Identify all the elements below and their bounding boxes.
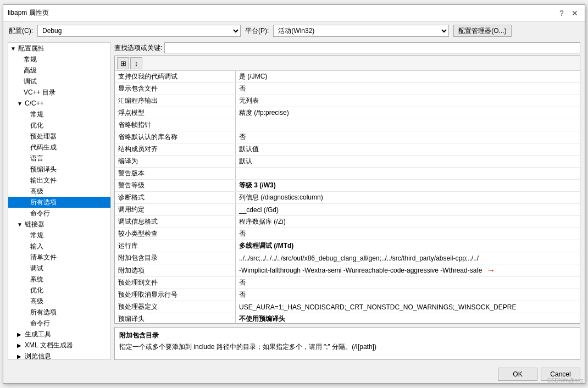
sidebar-item-cpp-lang[interactable]: 语言 (8, 153, 110, 164)
sidebar-item-cpp-cmd[interactable]: 命令行 (8, 208, 110, 219)
sidebar-item-cpp-pch[interactable]: 预编译头 (8, 164, 110, 175)
sidebar-item-linker-advanced[interactable]: 高级 (8, 296, 110, 307)
sidebar-item-linker-opt[interactable]: 优化 (8, 285, 110, 296)
sidebar-item-cpp-all[interactable]: 所有选项 (8, 197, 110, 208)
table-row[interactable]: 汇编程序输出无列表 (115, 95, 580, 107)
prop-value-cell: ../../src;../../../../src/out/x86_debug_… (236, 252, 580, 264)
table-row[interactable]: 较小类型检查否 (115, 228, 580, 240)
desc-text: 指定一个或多个要添加到 include 路径中的目录；如果指定多个，请用 ";"… (119, 342, 575, 352)
title-bar-controls: ? ✕ (556, 8, 580, 19)
table-row[interactable]: 预编译头不使用预编译头 (115, 313, 580, 323)
sidebar-item-label-linker-all: 所有选项 (30, 308, 57, 317)
prop-value-cell: __cdecl (/Gd) (236, 204, 580, 215)
config-dropdown[interactable]: Debug (37, 25, 241, 37)
table-row[interactable]: 调用约定__cdecl (/Gd) (115, 204, 580, 216)
table-row[interactable]: 调试信息格式程序数据库 (/Zi) (115, 216, 580, 228)
prop-name-cell: 诊断格式 (115, 192, 236, 203)
sidebar-item-label-cpp-pch: 预编译头 (30, 165, 57, 174)
table-row[interactable]: 省略默认认的库名称否 (115, 131, 580, 143)
sidebar-item-debug[interactable]: 调试 (8, 76, 110, 87)
search-input[interactable] (164, 42, 580, 53)
sidebar-item-cpp-output[interactable]: 输出文件 (8, 175, 110, 186)
prop-value-cell: 否 (236, 83, 580, 95)
sidebar-item-linker-debug[interactable]: 调试 (8, 263, 110, 274)
sidebar-item-linker-input[interactable]: 输入 (8, 241, 110, 252)
sidebar-item-vc-dirs[interactable]: VC++ 目录 (8, 87, 110, 98)
prop-name-cell: 运行库 (115, 240, 236, 252)
sidebar-item-cpp-opt[interactable]: 优化 (8, 120, 110, 131)
table-row[interactable]: 警告版本 (115, 168, 580, 180)
table-row[interactable]: 结构成员对齐默认值 (115, 143, 580, 156)
expand-icon: ▶ (17, 331, 24, 337)
sidebar-item-xml-gen[interactable]: ▶XML 文档生成器 (8, 340, 110, 351)
sidebar-item-browse-info[interactable]: ▶浏览信息 (8, 351, 110, 360)
prop-value-cell: -Wimplicit-fallthrough -Wextra-semi -Wun… (236, 264, 580, 276)
table-row[interactable]: 支持仅我的代码调试是 (/JMC) (115, 71, 580, 83)
expand-icon: ▶ (17, 353, 24, 359)
prop-name-cell: 显示包含文件 (115, 83, 236, 95)
sidebar-item-label-linker-opt: 优化 (30, 286, 43, 295)
sidebar-item-advanced[interactable]: 高级 (8, 65, 110, 76)
table-row[interactable]: 附加包含目录../../src;../../../../src/out/x86_… (115, 252, 580, 264)
help-button[interactable]: ? (556, 8, 567, 19)
table-row[interactable]: 浮点模型精度 (/fp:precise) (115, 107, 580, 119)
sidebar-item-cpp-preproc[interactable]: 预处理器 (8, 131, 110, 142)
collapse-icon: ▼ (17, 221, 24, 228)
prop-value-cell: 否 (236, 277, 580, 289)
sidebar-item-cpp-advanced[interactable]: 高级 (8, 186, 110, 197)
config-mgr-button[interactable]: 配置管理器(O...) (453, 25, 511, 37)
sidebar-item-label-cpp-all: 所有选项 (30, 198, 57, 207)
toolbar-row: 配置(C): Debug 平台(P): 活动(Win32) 配置管理器(O...… (3, 21, 585, 40)
view-icon-btn-2[interactable]: ↕ (130, 57, 142, 69)
sidebar-item-linker-system[interactable]: 系统 (8, 274, 110, 285)
prop-name-cell: 调试信息格式 (115, 216, 236, 228)
prop-value-cell: 列信息 (/diagnostics:column) (236, 192, 580, 203)
view-icon-btn-1[interactable]: ⊞ (117, 57, 129, 69)
table-row[interactable]: 预处理到文件否 (115, 277, 580, 289)
prop-name-cell: 附加包含目录 (115, 252, 236, 264)
sidebar-item-label-vc-dirs: VC++ 目录 (24, 88, 56, 97)
window-title: libapm 属性页 (8, 8, 49, 18)
sidebar-item-label-linker-cmd: 命令行 (30, 319, 50, 328)
platform-dropdown[interactable]: 活动(Win32) (273, 25, 449, 37)
watermark: CSDN#n@nrtc (547, 378, 584, 384)
table-row[interactable]: 编译为默认 (115, 156, 580, 168)
sidebar-item-label-cpp-general: 常规 (30, 110, 43, 119)
sidebar-item-linker[interactable]: ▼链接器 (8, 219, 110, 230)
sidebar-item-cpp-codegen[interactable]: 代码生成 (8, 142, 110, 153)
content-area: ▼配置属性常规高级调试VC++ 目录▼C/C++常规优化预处理器代码生成语言预编… (3, 40, 585, 364)
ok-button[interactable]: OK (498, 368, 537, 381)
table-row[interactable]: 预处理取消显示行号否 (115, 289, 580, 301)
table-row[interactable]: 预处理器定义USE_AURA=1;_HAS_NODISCARD;_CRT_NON… (115, 301, 580, 313)
prop-name-cell: 预处理到文件 (115, 277, 236, 289)
sidebar-item-linker-manifest[interactable]: 清单文件 (8, 252, 110, 263)
sidebar-item-config-props[interactable]: ▼配置属性 (8, 43, 110, 54)
prop-value-cell: 等级 3 (/W3) (236, 180, 580, 191)
table-row[interactable]: 运行库多线程调试 (/MTd) (115, 240, 580, 252)
prop-value-cell: 否 (236, 131, 580, 143)
sidebar-item-general[interactable]: 常规 (8, 54, 110, 65)
sidebar-item-label-browse-info: 浏览信息 (25, 352, 51, 361)
sidebar-item-label-cpp: C/C++ (25, 99, 44, 107)
table-row[interactable]: 诊断格式列信息 (/diagnostics:column) (115, 192, 580, 204)
sidebar-item-cpp-general[interactable]: 常规 (8, 109, 110, 120)
prop-value-cell: 多线程调试 (/MTd) (236, 240, 580, 252)
search-label: 查找选项或关键: (114, 43, 162, 53)
sidebar-item-label-xml-gen: XML 文档生成器 (25, 341, 73, 350)
table-row[interactable]: 附加选项-Wimplicit-fallthrough -Wextra-semi … (115, 264, 580, 277)
sidebar-item-cpp[interactable]: ▼C/C++ (8, 98, 110, 109)
prop-name-cell: 支持仅我的代码调试 (115, 71, 236, 82)
platform-label: 平台(P): (245, 26, 269, 36)
prop-name-cell: 结构成员对齐 (115, 143, 236, 155)
sidebar-item-linker-cmd[interactable]: 命令行 (8, 318, 110, 329)
table-row[interactable]: 警告等级等级 3 (/W3) (115, 180, 580, 192)
close-button[interactable]: ✕ (569, 8, 580, 19)
sidebar-item-linker-general[interactable]: 常规 (8, 230, 110, 241)
prop-name-cell: 省略帧指针 (115, 119, 236, 131)
sidebar-item-linker-all[interactable]: 所有选项 (8, 307, 110, 318)
table-row[interactable]: 省略帧指针 (115, 119, 580, 131)
prop-value-cell: 是 (/JMC) (236, 71, 580, 82)
sidebar-item-build-tools[interactable]: ▶生成工具 (8, 329, 110, 340)
table-row[interactable]: 显示包含文件否 (115, 83, 580, 95)
sidebar-item-label-debug: 调试 (24, 77, 37, 86)
